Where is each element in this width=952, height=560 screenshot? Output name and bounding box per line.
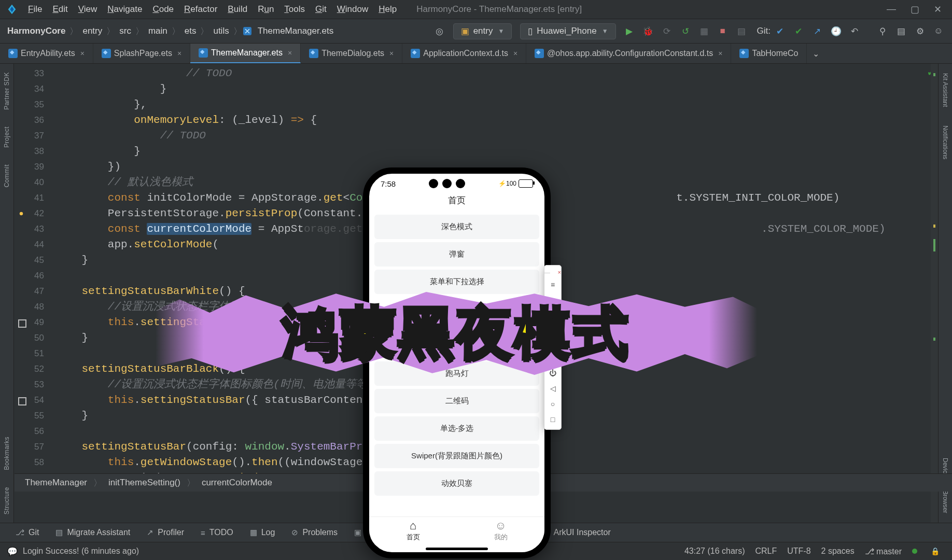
menu-navigate[interactable]: Navigate <box>102 2 147 17</box>
tab-entryability[interactable]: EntryAbility.ets× <box>0 44 93 63</box>
run-config-selector[interactable]: ▣ entry ▼ <box>453 23 512 39</box>
tool-todo[interactable]: ≡TODO <box>192 528 242 537</box>
phone-list-item[interactable]: 深色模式 <box>374 215 539 239</box>
phone-nav-profile[interactable]: ☺我的 <box>494 520 508 542</box>
tab-overflow-chevron-icon[interactable]: ⌄ <box>807 44 824 63</box>
attach-icon[interactable]: ▦ <box>697 24 711 38</box>
close-tab-icon[interactable]: × <box>389 49 394 58</box>
status-lock-icon[interactable]: 🔒 <box>926 547 945 555</box>
window-maximize-icon[interactable]: ▢ <box>911 4 919 15</box>
emu-back-icon[interactable]: ◁ <box>544 381 561 396</box>
folder-icon[interactable]: ▤ <box>894 24 908 38</box>
git-push-icon[interactable]: ↗ <box>810 24 824 38</box>
tool-profiler[interactable]: ↗Profiler <box>138 528 192 537</box>
phone-list-item[interactable]: 弹窗 <box>374 242 539 267</box>
settings-gear-icon[interactable]: ⚙ <box>913 24 927 38</box>
locate-icon[interactable]: ◎ <box>432 24 447 38</box>
git-update-icon[interactable]: ✔ <box>773 24 787 38</box>
left-tool-strip: Partner SDK Project Commit Bookmarks Str… <box>0 64 14 523</box>
tool-git[interactable]: ⎇Git <box>7 528 47 537</box>
emu-minimize-icon[interactable]: — <box>544 269 550 275</box>
crumb-ets[interactable]: ets <box>181 26 200 36</box>
status-branch[interactable]: ⎇ master <box>860 547 907 556</box>
tool-log[interactable]: ▦Log <box>242 528 284 537</box>
sync-icon[interactable]: ↺ <box>678 24 693 38</box>
crumb-project[interactable]: HarmonyCore <box>4 26 68 36</box>
tab-appcontext[interactable]: ApplicationContext.d.ts× <box>402 44 526 63</box>
window-minimize-icon[interactable]: — <box>887 4 896 15</box>
tool-commit[interactable]: Commit <box>3 164 10 187</box>
git-history-icon[interactable]: 🕘 <box>829 24 843 38</box>
crumb-member[interactable]: currentColorMode <box>202 478 272 488</box>
crumb-utils[interactable]: utils <box>210 26 232 36</box>
emu-home-icon[interactable]: ○ <box>544 396 561 412</box>
device-selector[interactable]: ▯ Huawei_Phone ▼ <box>520 23 615 39</box>
editor-scrollbar[interactable] <box>931 64 938 523</box>
menu-edit[interactable]: Edit <box>47 2 73 17</box>
tool-project[interactable]: Project <box>3 127 10 148</box>
phone-list-item[interactable]: 跑马灯 <box>374 361 539 386</box>
crumb-class[interactable]: ThemeManager <box>25 478 87 488</box>
status-caret-pos[interactable]: 43:27 (16 chars) <box>679 547 750 556</box>
emu-recent-icon[interactable]: □ <box>544 412 561 427</box>
tab-tabhomeco[interactable]: TabHomeCo <box>731 44 807 63</box>
emu-close-icon[interactable]: × <box>558 269 561 275</box>
crumb-method[interactable]: initThemeSetting() <box>108 478 180 488</box>
tool-structure[interactable]: Structure <box>3 487 10 514</box>
menu-code[interactable]: Code <box>147 2 179 17</box>
tab-splashpage[interactable]: SplashPage.ets× <box>93 44 190 63</box>
menu-view[interactable]: View <box>73 2 103 17</box>
phone-list-item[interactable]: 动效贝塞 <box>374 471 539 496</box>
debug-button-icon[interactable]: 🐞 <box>641 24 655 38</box>
tool-problems[interactable]: ⊘Problems <box>283 528 346 537</box>
search-icon[interactable]: ⚲ <box>875 24 890 38</box>
tab-ohos-config[interactable]: @ohos.app.ability.ConfigurationConstant.… <box>526 44 731 63</box>
status-eol[interactable]: CRLF <box>750 547 782 556</box>
tool-partner-sdk[interactable]: Partner SDK <box>3 72 10 110</box>
status-servers-ok[interactable] <box>907 547 926 556</box>
profile-icon[interactable]: ☺ <box>931 24 946 38</box>
emu-menu-icon[interactable]: ≡ <box>544 277 561 292</box>
phone-home-indicator[interactable] <box>426 548 488 550</box>
phone-list-item[interactable]: 二维码 <box>374 389 539 413</box>
coverage-icon[interactable]: ⟳ <box>660 24 674 38</box>
close-tab-icon[interactable]: × <box>718 49 722 58</box>
tab-themedialog[interactable]: ThemeDialog.ets× <box>301 44 402 63</box>
window-close-icon[interactable]: ✕ <box>934 4 942 15</box>
menu-help[interactable]: Help <box>373 2 402 17</box>
tool-bookmarks[interactable]: Bookmarks <box>3 437 10 470</box>
git-commit-icon[interactable]: ✔ <box>791 24 806 38</box>
menu-window[interactable]: Window <box>332 2 373 17</box>
menu-tools[interactable]: Tools <box>279 2 310 17</box>
tool-kit-assistant[interactable]: Kit Assistant <box>942 73 949 107</box>
hammer-icon[interactable]: ▤ <box>734 24 749 38</box>
run-button-icon[interactable]: ▶ <box>622 24 637 38</box>
crumb-src[interactable]: src <box>116 26 134 36</box>
tool-notifications[interactable]: Notifications <box>942 125 949 159</box>
phone-nav-home[interactable]: ⌂首页 <box>407 520 420 542</box>
menu-git[interactable]: Git <box>310 2 332 17</box>
close-tab-icon[interactable]: × <box>80 49 85 58</box>
todo-icon: ≡ <box>201 528 205 537</box>
close-tab-icon[interactable]: × <box>513 49 517 58</box>
phone-list-item[interactable]: Swiper(背景跟随图片颜色) <box>374 444 539 468</box>
status-balloon-icon[interactable]: 💬 <box>7 547 18 556</box>
crumb-file[interactable]: ThemeManager.ets <box>255 26 337 36</box>
close-tab-icon[interactable]: × <box>177 49 181 58</box>
status-encoding[interactable]: UTF-8 <box>782 547 816 556</box>
tool-migrate[interactable]: ▤Migrate Assistant <box>47 528 138 537</box>
stop-button-icon[interactable]: ■ <box>716 24 730 38</box>
menu-build[interactable]: Build <box>222 2 253 17</box>
emu-power-icon[interactable]: ⏻ <box>544 365 561 381</box>
phone-list-item[interactable]: 菜单和下拉选择 <box>374 270 539 294</box>
phone-list-item[interactable]: 单选-多选 <box>374 416 539 441</box>
menu-run[interactable]: Run <box>253 2 279 17</box>
git-revert-icon[interactable]: ↶ <box>847 24 862 38</box>
menu-file[interactable]: File <box>23 2 47 17</box>
crumb-main[interactable]: main <box>145 26 171 36</box>
menu-refactor[interactable]: Refactor <box>179 2 222 17</box>
tab-thememanager[interactable]: ThemeManager.ets× <box>190 44 301 63</box>
crumb-entry[interactable]: entry <box>79 26 105 36</box>
close-tab-icon[interactable]: × <box>288 49 292 57</box>
status-indent[interactable]: 2 spaces <box>816 547 860 556</box>
